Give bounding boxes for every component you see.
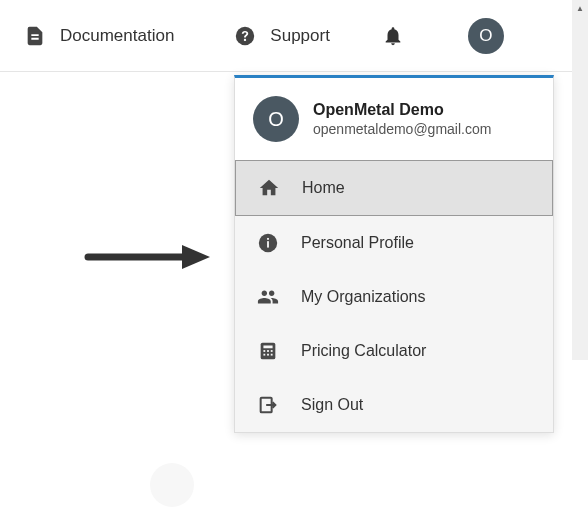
- menu-label: Sign Out: [301, 396, 363, 414]
- people-icon: [257, 286, 279, 308]
- info-icon: [257, 232, 279, 254]
- menu-item-profile[interactable]: Personal Profile: [235, 216, 553, 270]
- topbar: Documentation Support O: [0, 0, 572, 72]
- documentation-link[interactable]: Documentation: [24, 25, 174, 47]
- user-name: OpenMetal Demo: [313, 101, 491, 119]
- arrow-annotation: [82, 237, 212, 277]
- menu-label: Pricing Calculator: [301, 342, 426, 360]
- dropdown-avatar-initial: O: [268, 108, 284, 131]
- menu-item-organizations[interactable]: My Organizations: [235, 270, 553, 324]
- svg-marker-14: [182, 245, 210, 269]
- documentation-label: Documentation: [60, 26, 174, 46]
- scrollbar-track[interactable]: [572, 0, 588, 360]
- notifications-button[interactable]: [382, 25, 404, 47]
- user-dropdown: O OpenMetal Demo openmetaldemo@gmail.com…: [234, 75, 554, 433]
- menu-label: Personal Profile: [301, 234, 414, 252]
- svg-rect-7: [267, 350, 269, 352]
- support-link[interactable]: Support: [234, 25, 330, 47]
- scrollbar-up-button[interactable]: ▲: [572, 0, 588, 16]
- home-icon: [258, 177, 280, 199]
- user-email: openmetaldemo@gmail.com: [313, 121, 491, 137]
- svg-rect-11: [271, 354, 273, 356]
- avatar-initial: O: [479, 26, 492, 46]
- menu-item-home[interactable]: Home: [235, 160, 553, 216]
- svg-rect-6: [263, 350, 265, 352]
- bell-icon: [382, 25, 404, 47]
- svg-rect-10: [267, 354, 269, 356]
- support-label: Support: [270, 26, 330, 46]
- svg-rect-3: [267, 238, 269, 240]
- calculator-icon: [257, 340, 279, 362]
- svg-rect-8: [271, 350, 273, 352]
- dropdown-header: O OpenMetal Demo openmetaldemo@gmail.com: [235, 78, 553, 160]
- menu-item-signout[interactable]: Sign Out: [235, 378, 553, 432]
- svg-rect-9: [263, 354, 265, 356]
- help-icon: [234, 25, 256, 47]
- menu-label: Home: [302, 179, 345, 197]
- signout-icon: [257, 394, 279, 416]
- user-info: OpenMetal Demo openmetaldemo@gmail.com: [313, 101, 491, 137]
- dropdown-avatar: O: [253, 96, 299, 142]
- user-avatar-button[interactable]: O: [468, 18, 504, 54]
- menu-item-pricing[interactable]: Pricing Calculator: [235, 324, 553, 378]
- svg-rect-5: [263, 346, 272, 349]
- svg-rect-2: [267, 241, 269, 247]
- menu-label: My Organizations: [301, 288, 426, 306]
- decorative-circle: [150, 463, 194, 507]
- document-icon: [24, 25, 46, 47]
